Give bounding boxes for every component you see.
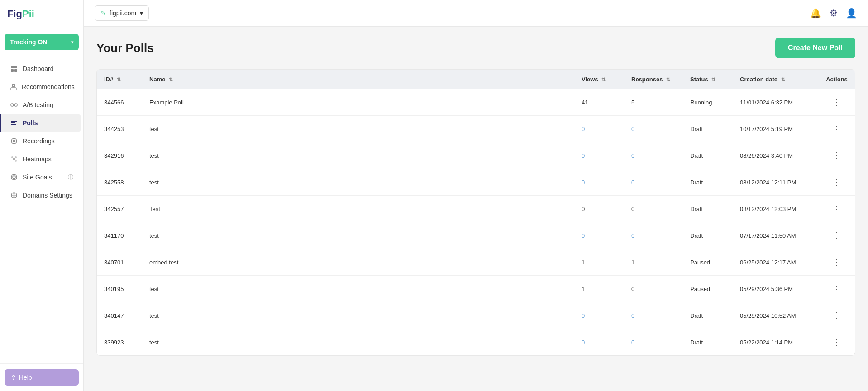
sidebar-item-domains-settings[interactable]: Domains Settings — [3, 187, 81, 204]
responses-link[interactable]: 0 — [631, 126, 634, 132]
cell-status: Draft — [683, 142, 733, 169]
cell-id: 344253 — [97, 116, 142, 142]
row-actions-button[interactable]: ⋮ — [829, 309, 844, 322]
logo-pii: Pii — [22, 8, 34, 20]
responses-link[interactable]: 0 — [631, 232, 634, 239]
cell-name: Example Poll — [142, 89, 574, 116]
cell-id: 340195 — [97, 276, 142, 302]
table-header: ID# ⇅ Name ⇅ Views ⇅ Responses ⇅ Status … — [97, 70, 855, 89]
cell-status: Draft — [683, 329, 733, 356]
col-header-status[interactable]: Status ⇅ — [683, 70, 733, 89]
notifications-icon[interactable]: 🔔 — [810, 8, 821, 19]
help-button[interactable]: ? Help — [5, 369, 79, 386]
row-actions-button[interactable]: ⋮ — [829, 202, 844, 216]
cell-creation-date: 05/22/2024 1:14 PM — [733, 329, 819, 356]
domain-selector[interactable]: ✎ figpii.com ▾ — [95, 5, 149, 21]
sort-icon-views: ⇅ — [601, 77, 606, 82]
sidebar-item-recordings[interactable]: Recordings — [3, 132, 81, 150]
cell-status: Draft — [683, 302, 733, 329]
sidebar-footer: ? Help — [0, 363, 83, 391]
col-header-name[interactable]: Name ⇅ — [142, 70, 574, 89]
cell-id: 340147 — [97, 302, 142, 329]
cell-name: Test — [142, 196, 574, 222]
views-link[interactable]: 0 — [582, 339, 585, 346]
help-label: Help — [19, 374, 32, 381]
cell-name: test — [142, 276, 574, 302]
cell-responses: 0 — [624, 302, 683, 329]
svg-point-16 — [15, 156, 17, 158]
cell-status: Paused — [683, 276, 733, 302]
cell-id: 339923 — [97, 329, 142, 356]
col-header-responses[interactable]: Responses ⇅ — [624, 70, 683, 89]
table-row: 340701 embed test 1 1 Paused 06/25/2024 … — [97, 249, 855, 276]
cell-id: 340701 — [97, 249, 142, 276]
cell-views: 1 — [574, 249, 624, 276]
sidebar-item-label: Recordings — [23, 137, 55, 145]
table-row: 341170 test 0 0 Draft 07/17/2024 11:50 A… — [97, 222, 855, 249]
views-link[interactable]: 0 — [582, 152, 585, 159]
user-icon[interactable]: 👤 — [846, 8, 857, 19]
responses-value: 0 — [631, 286, 634, 292]
info-icon: ⓘ — [68, 174, 73, 181]
sidebar-item-dashboard[interactable]: Dashboard — [3, 60, 81, 77]
tracking-label: Tracking ON — [10, 38, 47, 46]
cell-responses: 0 — [624, 329, 683, 356]
responses-value: 5 — [631, 99, 634, 106]
row-actions-button[interactable]: ⋮ — [829, 149, 844, 162]
cell-name: test — [142, 116, 574, 142]
cell-id: 342916 — [97, 142, 142, 169]
responses-link[interactable]: 0 — [631, 339, 634, 346]
polls-icon — [10, 119, 18, 127]
views-link[interactable]: 0 — [582, 126, 585, 132]
table-row: 339923 test 0 0 Draft 05/22/2024 1:14 PM… — [97, 329, 855, 356]
views-link[interactable]: 0 — [582, 179, 585, 186]
sidebar-item-label: Recommendations — [22, 83, 75, 90]
sidebar: FigPii Tracking ON ▾ Dashboard — [0, 0, 84, 391]
sidebar-item-site-goals[interactable]: Site Goals ⓘ — [3, 169, 81, 186]
responses-value: 1 — [631, 259, 634, 266]
sidebar-item-recommendations[interactable]: Recommendations — [3, 78, 81, 95]
settings-icon[interactable]: ⚙ — [830, 8, 838, 19]
cell-actions: ⋮ — [819, 276, 855, 302]
svg-rect-0 — [11, 66, 14, 68]
row-actions-button[interactable]: ⋮ — [829, 95, 844, 109]
svg-point-7 — [14, 104, 17, 106]
sidebar-item-polls[interactable]: Polls — [0, 114, 81, 132]
row-actions-button[interactable]: ⋮ — [829, 335, 844, 349]
col-header-views[interactable]: Views ⇅ — [574, 70, 624, 89]
page-header: Your Polls Create New Poll — [96, 38, 855, 58]
row-actions-button[interactable]: ⋮ — [829, 282, 844, 296]
row-actions-button[interactable]: ⋮ — [829, 255, 844, 269]
create-new-poll-button[interactable]: Create New Poll — [775, 38, 855, 58]
row-actions-button[interactable]: ⋮ — [829, 229, 844, 242]
row-actions-button[interactable]: ⋮ — [829, 122, 844, 136]
cell-actions: ⋮ — [819, 116, 855, 142]
status-badge: Draft — [690, 312, 703, 319]
status-badge: Draft — [690, 232, 703, 239]
responses-link[interactable]: 0 — [631, 152, 634, 159]
cell-creation-date: 11/01/2024 6:32 PM — [733, 89, 819, 116]
globe-icon — [10, 191, 18, 199]
col-header-creation[interactable]: Creation date ⇅ — [733, 70, 819, 89]
status-badge: Paused — [690, 286, 710, 292]
views-value: 1 — [582, 286, 585, 292]
topbar-actions: 🔔 ⚙ 👤 — [810, 8, 857, 19]
sort-icon-status: ⇅ — [711, 77, 715, 82]
views-link[interactable]: 0 — [582, 312, 585, 319]
col-header-id[interactable]: ID# ⇅ — [97, 70, 142, 89]
domain-label: figpii.com — [110, 9, 136, 17]
row-actions-button[interactable]: ⋮ — [829, 175, 844, 189]
views-value: 0 — [582, 206, 585, 212]
cell-status: Paused — [683, 249, 733, 276]
cell-name: test — [142, 142, 574, 169]
responses-link[interactable]: 0 — [631, 312, 634, 319]
sidebar-item-ab-testing[interactable]: A/B testing — [3, 96, 81, 113]
tracking-toggle[interactable]: Tracking ON ▾ — [5, 34, 79, 50]
cell-actions: ⋮ — [819, 89, 855, 116]
responses-link[interactable]: 0 — [631, 179, 634, 186]
sidebar-item-heatmaps[interactable]: Heatmaps — [3, 151, 81, 168]
svg-rect-11 — [11, 124, 16, 125]
status-badge: Draft — [690, 339, 703, 346]
views-link[interactable]: 0 — [582, 232, 585, 239]
svg-point-4 — [12, 84, 15, 87]
